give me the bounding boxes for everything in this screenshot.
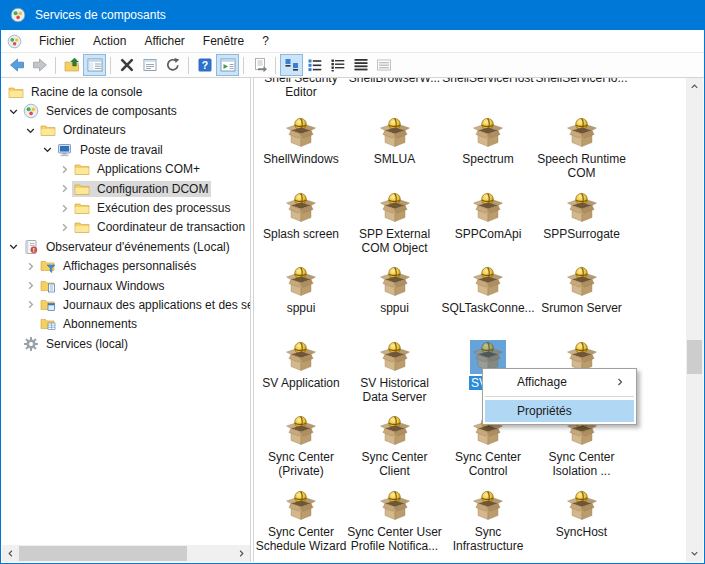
open-box-icon — [285, 341, 317, 373]
dcom-item-sync-center-schedule-wizard[interactable]: Sync Center Schedule Wizard — [253, 489, 349, 553]
dcom-item-sv-historical-data-server[interactable]: SV Historical Data Server — [347, 340, 443, 404]
dcom-item-speech-runtime-com[interactable]: Speech Runtime COM — [534, 116, 630, 180]
expander-expanded[interactable] — [6, 104, 21, 119]
dcom-app-icon — [564, 116, 600, 150]
dcom-item-label: Srumon Server — [534, 301, 630, 315]
expander-collapsed[interactable] — [23, 297, 38, 312]
chevron-left-icon — [5, 548, 16, 559]
dcom-item-label: Shell Security Editor — [253, 78, 349, 99]
dcom-item-sppui[interactable]: sppui — [347, 265, 443, 315]
vertical-scroll-thumb[interactable] — [687, 340, 702, 374]
dcom-item-srumon-server[interactable]: Srumon Server — [534, 265, 630, 315]
dcom-item-shellserviceho[interactable]: ShellServiceHo... — [534, 78, 630, 85]
open-box-icon — [472, 192, 504, 224]
dcom-item-shellwindows[interactable]: ShellWindows — [253, 116, 349, 166]
view-details-button[interactable] — [349, 54, 372, 76]
dcom-app-icon — [377, 116, 413, 150]
tree-item-journaux-des-applications-et-des-se[interactable]: Journaux des applications et des se — [2, 295, 250, 314]
dcom-item-splash-screen[interactable]: Splash screen — [253, 191, 349, 241]
dcom-item-sync-center-client[interactable]: Sync Center Client — [347, 414, 443, 478]
dcom-item-synchost[interactable]: SyncHost — [534, 489, 630, 539]
dcom-item-sv-application[interactable]: SV Application — [253, 340, 349, 390]
up-one-level-button[interactable] — [60, 54, 83, 76]
help-button[interactable] — [193, 54, 216, 76]
dcom-item-sync-infrastructure[interactable]: Sync Infrastructure — [440, 489, 536, 553]
tree-item-affichages-personnalises[interactable]: Affichages personnalisés — [2, 257, 250, 276]
dcom-item-shellservicehost[interactable]: ShellServiceHost — [440, 78, 536, 85]
expander-collapsed[interactable] — [23, 259, 38, 274]
list-vertical-scrollbar[interactable] — [686, 78, 703, 562]
delete-button[interactable] — [115, 54, 138, 76]
tree-item-label: Abonnements — [60, 316, 140, 332]
context-menu-item-proprietes[interactable]: Propriétés — [485, 400, 634, 422]
export-list-button[interactable] — [248, 54, 271, 76]
dcom-item-label: Sync Center User Profile Notifica... — [347, 525, 443, 553]
menu-action[interactable]: Action — [84, 31, 135, 51]
view-large-icons-button[interactable] — [280, 54, 303, 76]
title-bar[interactable]: Services de composants — [1, 0, 704, 30]
refresh-button[interactable] — [161, 54, 184, 76]
tree-item-services-de-composants[interactable]: Services de composants — [2, 101, 250, 120]
expander-collapsed[interactable] — [57, 220, 72, 235]
tree-item-abonnements[interactable]: Abonnements — [2, 315, 250, 334]
context-menu-item-affichage[interactable]: Affichage — [485, 371, 634, 393]
horizontal-scroll-thumb[interactable] — [19, 546, 187, 561]
view-customize-button[interactable] — [372, 54, 395, 76]
dcom-item-shell-security-editor[interactable]: Shell Security Editor — [253, 78, 349, 99]
expander-expanded[interactable] — [6, 239, 21, 254]
show-action-pane-button[interactable] — [216, 54, 239, 76]
expander-expanded[interactable] — [40, 142, 55, 157]
dcom-item-sqltaskconne[interactable]: SQLTaskConne... — [440, 265, 536, 315]
view-list-button[interactable] — [326, 54, 349, 76]
folder-apps-icon — [40, 297, 56, 313]
scroll-right-button[interactable] — [233, 545, 250, 562]
forward-button[interactable] — [28, 54, 51, 76]
view-small-icons-button[interactable] — [303, 54, 326, 76]
dcom-item-sync-center-user-profile-notifica[interactable]: Sync Center User Profile Notifica... — [347, 489, 443, 553]
expander-collapsed[interactable] — [57, 201, 72, 216]
menu-afficher[interactable]: Afficher — [135, 31, 193, 51]
open-box-icon — [285, 415, 317, 447]
tree-item-execution-des-processus[interactable]: Exécution des processus — [2, 198, 250, 217]
tree-item-services-local[interactable]: Services (local) — [2, 334, 250, 353]
expander-collapsed[interactable] — [57, 181, 72, 196]
dcom-item-sppui[interactable]: sppui — [253, 265, 349, 315]
tree-item-content: Journaux Windows — [38, 278, 167, 294]
dcom-app-icon — [470, 116, 506, 150]
dcom-item-spp-external-com-object[interactable]: SPP External COM Object — [347, 191, 443, 255]
expander-collapsed[interactable] — [57, 162, 72, 177]
tree-item-journaux-windows[interactable]: Journaux Windows — [2, 276, 250, 295]
menu-item[interactable]: ? — [253, 31, 278, 51]
tree-item-ordinateurs[interactable]: Ordinateurs — [2, 121, 250, 140]
properties-icon — [142, 57, 158, 73]
tree-item-content: Applications COM+ — [72, 161, 203, 177]
tree-horizontal-scrollbar[interactable] — [2, 545, 250, 562]
tree-item-poste-de-travail[interactable]: Poste de travail — [2, 140, 250, 159]
scroll-up-button[interactable] — [686, 78, 703, 95]
menu-fichier[interactable]: Fichier — [30, 31, 84, 51]
expander-collapsed[interactable] — [23, 278, 38, 293]
dcom-item-sppcomapi[interactable]: SPPComApi — [440, 191, 536, 241]
dcom-item-spectrum[interactable]: Spectrum — [440, 116, 536, 166]
tree-item-applications-com[interactable]: Applications COM+ — [2, 160, 250, 179]
tree-item-configuration-dcom[interactable]: Configuration DCOM — [2, 179, 250, 198]
properties-button[interactable] — [138, 54, 161, 76]
dcom-item-sppsurrogate[interactable]: SPPSurrogate — [534, 191, 630, 241]
dcom-item-smlua[interactable]: SMLUA — [347, 116, 443, 166]
view-details-icon — [353, 57, 369, 73]
back-button[interactable] — [5, 54, 28, 76]
dcom-item-label: Sync Center Schedule Wizard — [253, 525, 349, 553]
show-console-tree-button[interactable] — [83, 54, 106, 76]
open-box-icon — [285, 490, 317, 522]
scroll-left-button[interactable] — [2, 545, 19, 562]
dcom-app-icon — [564, 489, 600, 523]
menu-fenetre[interactable]: Fenêtre — [194, 31, 253, 51]
folder-log-icon — [40, 278, 56, 294]
scroll-down-button[interactable] — [686, 545, 703, 562]
tree-item-observateur-d-evenements-local[interactable]: Observateur d'événements (Local) — [2, 237, 250, 256]
dcom-item-sync-center-private[interactable]: Sync Center (Private) — [253, 414, 349, 478]
expander-expanded[interactable] — [23, 123, 38, 138]
tree-item-coordinateur-de-transaction[interactable]: Coordinateur de transaction — [2, 218, 250, 237]
tree-item-racine-de-la-console[interactable]: Racine de la console — [2, 82, 250, 101]
dcom-item-shellbrowserw[interactable]: ShellBrowserW... — [347, 78, 443, 85]
